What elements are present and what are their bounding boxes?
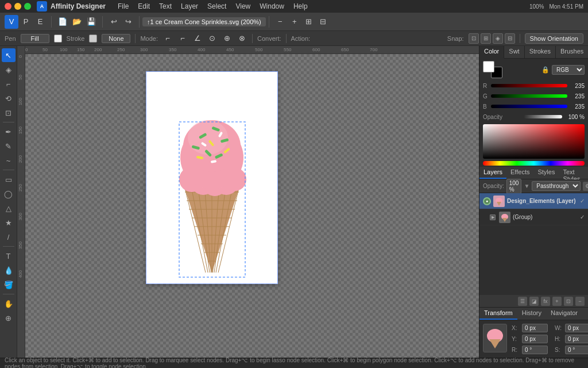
rs-row: R: S: xyxy=(512,346,588,354)
rect-tool-btn[interactable]: ▭ xyxy=(2,172,16,186)
pencil-tool-btn[interactable]: ✎ xyxy=(2,139,16,153)
fill-tool-btn[interactable]: 🪣 xyxy=(2,278,16,292)
menu-bar: A Affinity Designer File Edit Text Layer… xyxy=(0,0,588,13)
layers-blend-mode[interactable]: Passthrough Normal Multiply Screen xyxy=(532,181,581,191)
tab-effects[interactable]: Effects xyxy=(506,167,533,179)
b-slider[interactable] xyxy=(491,105,567,108)
panel-icon-5[interactable]: ⊡ xyxy=(564,297,573,306)
pen-tool-btn[interactable]: ✒ xyxy=(2,125,16,139)
foreground-color-swatch[interactable] xyxy=(483,61,494,72)
w-input[interactable] xyxy=(565,324,588,332)
layer-expand-1[interactable]: ▶ xyxy=(490,214,496,220)
mode-btn-2[interactable]: ⌐ xyxy=(177,33,188,44)
g-slider[interactable] xyxy=(491,94,567,98)
export-persona-btn[interactable]: E xyxy=(33,15,47,29)
menu-file[interactable]: File xyxy=(114,1,133,12)
guides-btn[interactable]: ⊟ xyxy=(316,15,330,29)
pixel-persona-btn[interactable]: P xyxy=(19,15,33,29)
stroke-swatch[interactable] xyxy=(89,34,97,43)
vector-persona-btn[interactable]: V xyxy=(5,15,18,29)
ellipse-tool-btn[interactable]: ◯ xyxy=(2,187,16,201)
fill-swatch[interactable] xyxy=(54,34,62,43)
panel-icon-1[interactable]: ☰ xyxy=(518,297,527,306)
zoom-tool-btn[interactable]: ⊕ xyxy=(2,311,16,325)
minimize-button[interactable] xyxy=(14,3,21,10)
color-hue-bar[interactable] xyxy=(483,161,585,166)
layer-item-design-elements[interactable]: ● Design_Elements (Layer) ✓ xyxy=(479,193,588,209)
menu-view[interactable]: View xyxy=(231,1,254,12)
line-tool-btn[interactable]: / xyxy=(2,230,16,244)
menu-text[interactable]: Text xyxy=(155,1,176,12)
h-input[interactable] xyxy=(565,335,588,343)
menu-layer[interactable]: Layer xyxy=(177,1,202,12)
snap-btn-1[interactable]: ⊡ xyxy=(469,33,479,44)
layers-opacity-value[interactable]: 100 % xyxy=(506,179,522,194)
r-input[interactable] xyxy=(522,346,548,354)
s-input[interactable] xyxy=(565,346,588,354)
move-tool-btn[interactable]: ↖ xyxy=(2,48,16,62)
r-slider[interactable] xyxy=(491,84,567,87)
grid-btn[interactable]: ⊞ xyxy=(302,15,316,29)
tab-styles[interactable]: Styles xyxy=(533,167,559,179)
panel-icon-4[interactable]: + xyxy=(552,297,562,306)
menu-window[interactable]: Window xyxy=(256,1,288,12)
zoom-out-btn[interactable]: − xyxy=(273,15,287,29)
g-channel: G 235 xyxy=(479,91,588,101)
y-input[interactable] xyxy=(522,335,548,343)
panel-icon-6[interactable]: − xyxy=(575,297,585,306)
opacity-slider[interactable] xyxy=(524,115,562,118)
polygon-tool-btn[interactable]: △ xyxy=(2,201,16,215)
layer-item-group[interactable]: ▶ (Group) ✓ xyxy=(479,209,588,225)
transform-tool-btn[interactable]: ⟲ xyxy=(2,91,16,105)
tab-brushes[interactable]: Brushes xyxy=(556,46,588,58)
brush-tool-btn[interactable]: ~ xyxy=(2,154,16,167)
svg-marker-44 xyxy=(502,218,507,222)
mode-btn-6[interactable]: ⊗ xyxy=(237,33,247,44)
color-model-select[interactable]: RGB HSL CMYK xyxy=(552,65,585,75)
tab-transform[interactable]: Transform xyxy=(479,308,517,320)
crop-tool-btn[interactable]: ⊡ xyxy=(2,106,16,120)
mode-btn-3[interactable]: ∠ xyxy=(192,33,203,44)
tab-layers[interactable]: Layers xyxy=(479,167,506,179)
x-input[interactable] xyxy=(522,324,548,332)
mode-btn-1[interactable]: ⌐ xyxy=(163,33,173,44)
tab-color[interactable]: Color xyxy=(479,46,504,59)
layers-settings-btn[interactable]: ⚙ xyxy=(583,182,588,191)
panel-icon-2[interactable]: ◪ xyxy=(529,297,539,306)
snap-btn-4[interactable]: ⊟ xyxy=(505,33,515,44)
layer-vis-1[interactable]: ● xyxy=(483,197,491,205)
canvas-area[interactable]: 0 50 100 150 200 250 300 350 400 450 500… xyxy=(17,46,479,358)
mode-btn-5[interactable]: ⊕ xyxy=(222,33,233,44)
star-tool-btn[interactable]: ★ xyxy=(2,216,16,229)
text-tool-btn[interactable]: T xyxy=(2,249,16,263)
zoom-in-btn[interactable]: + xyxy=(288,15,301,29)
mode-btn-4[interactable]: ⊙ xyxy=(207,33,218,44)
node-tool-btn[interactable]: ◈ xyxy=(2,63,16,76)
canvas-document[interactable] xyxy=(146,71,278,284)
menu-select[interactable]: Select xyxy=(203,1,230,12)
color-gradient-picker[interactable] xyxy=(483,124,585,159)
show-orientation-btn[interactable]: Show Orientation xyxy=(525,33,583,44)
tab-strokes[interactable]: Strokes xyxy=(525,46,556,58)
snap-btn-3[interactable]: ◈ xyxy=(493,33,503,44)
corner-tool-btn[interactable]: ⌐ xyxy=(2,77,16,91)
eyedrop-tool-btn[interactable]: 💧 xyxy=(2,263,16,277)
close-button[interactable] xyxy=(5,3,11,10)
menu-edit[interactable]: Edit xyxy=(134,1,154,12)
panel-icon-3[interactable]: fx xyxy=(541,297,550,306)
redo-btn[interactable]: ↪ xyxy=(121,15,135,29)
tab-history[interactable]: History xyxy=(517,308,546,320)
save-btn[interactable]: 💾 xyxy=(84,15,98,29)
undo-btn[interactable]: ↩ xyxy=(107,15,121,29)
tab-text-styles[interactable]: Text Styles xyxy=(559,167,584,179)
tab-swt[interactable]: Swt xyxy=(504,46,524,58)
tab-stock[interactable]: Stock xyxy=(584,167,588,179)
new-btn[interactable]: 📄 xyxy=(56,15,69,29)
open-btn[interactable]: 📂 xyxy=(70,15,84,29)
hand-tool-btn[interactable]: ✋ xyxy=(2,297,16,310)
snap-btn-2[interactable]: ⊞ xyxy=(481,33,491,44)
menu-help[interactable]: Help xyxy=(289,1,312,12)
maximize-button[interactable] xyxy=(24,3,31,10)
tab-navigator[interactable]: Navigator xyxy=(546,308,582,320)
transform-section: Transform History Navigator X: W: xyxy=(479,308,588,358)
